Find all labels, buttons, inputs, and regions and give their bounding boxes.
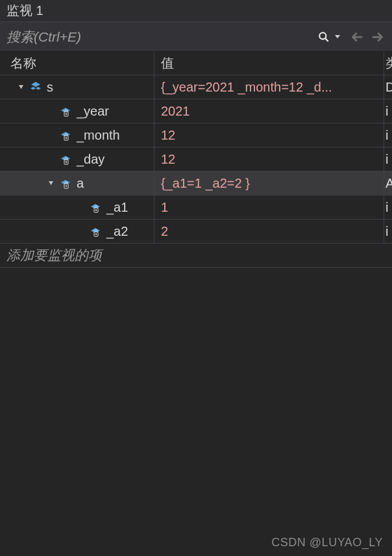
value-cell[interactable]: 12 [154, 123, 384, 147]
type-cell: A [384, 171, 392, 195]
svg-marker-2 [31, 82, 40, 87]
type-cell: i [384, 196, 392, 219]
variable-value: {_year=2021 _month=12 _d... [161, 80, 332, 95]
field-lock-icon [90, 201, 101, 213]
variable-name: _a1 [106, 200, 128, 215]
variable-value: 2021 [161, 104, 190, 119]
variable-type: i [386, 224, 388, 239]
value-cell[interactable]: 2021 [154, 99, 384, 123]
variable-value: 12 [161, 152, 175, 167]
search-wrap [6, 25, 314, 49]
variable-type: i [386, 104, 388, 119]
field-lock-icon [90, 225, 101, 237]
variable-value: {_a1=1 _a2=2 } [161, 176, 250, 191]
value-cell[interactable]: 1 [154, 196, 384, 219]
table-row[interactable]: a{_a1=1 _a2=2 }A [0, 171, 392, 196]
table-row[interactable]: _a11i [0, 196, 392, 220]
variable-type: i [386, 128, 388, 143]
column-header-value[interactable]: 值 [154, 52, 384, 75]
column-header-name[interactable]: 名称 [0, 52, 154, 75]
name-cell: _year [0, 99, 154, 123]
svg-line-1 [325, 38, 328, 42]
variable-type: i [386, 200, 388, 215]
watermark: CSDN @LUYAO_LY [271, 536, 383, 550]
variable-type: A [386, 176, 392, 191]
name-cell: _day [0, 147, 154, 171]
svg-marker-3 [31, 87, 36, 90]
field-lock-icon [60, 129, 71, 141]
add-watch-label: 添加要监视的项 [6, 246, 102, 264]
variable-value: 12 [161, 128, 175, 143]
name-cell: _month [0, 123, 154, 147]
forward-icon[interactable] [369, 27, 388, 47]
field-lock-icon [60, 177, 71, 189]
variable-type: D [386, 80, 392, 95]
name-cell: _a1 [0, 196, 154, 219]
toolbar-icons [314, 27, 388, 47]
variable-name: _a2 [106, 224, 128, 239]
table-row[interactable]: _year2021i [0, 99, 392, 123]
add-watch-item[interactable]: 添加要监视的项 [0, 244, 392, 268]
window-title-bar: 监视 1 [0, 0, 392, 22]
table-row[interactable]: _a22i [0, 220, 392, 244]
value-cell[interactable]: 2 [154, 220, 384, 243]
value-cell[interactable]: 12 [154, 147, 384, 171]
type-cell: i [384, 123, 392, 147]
value-cell[interactable]: {_a1=1 _a2=2 } [154, 171, 384, 195]
search-input[interactable] [6, 29, 314, 45]
variable-name: a [77, 176, 84, 191]
field-lock-icon [60, 105, 71, 117]
type-cell: D [384, 75, 392, 99]
name-cell: _a2 [0, 220, 154, 243]
svg-marker-4 [36, 87, 41, 90]
expander-icon[interactable] [17, 82, 26, 92]
type-cell: i [384, 147, 392, 171]
name-cell: s [0, 75, 154, 99]
value-cell[interactable]: {_year=2021 _month=12 _d... [154, 75, 384, 99]
variable-value: 2 [161, 224, 168, 239]
svg-point-0 [319, 32, 326, 39]
window-title: 监视 1 [6, 2, 43, 19]
variable-name: s [47, 80, 53, 95]
name-cell: a [0, 171, 154, 195]
struct-icon [30, 81, 42, 93]
type-cell: i [384, 220, 392, 243]
variable-name: _month [77, 128, 120, 143]
search-icon[interactable] [314, 27, 334, 47]
field-lock-icon [60, 153, 71, 165]
back-icon[interactable] [347, 27, 366, 47]
variable-name: _year [77, 104, 109, 119]
column-header-type[interactable]: 类 [384, 52, 392, 75]
toolbar [0, 22, 392, 52]
type-cell: i [384, 99, 392, 123]
table-row[interactable]: s{_year=2021 _month=12 _d...D [0, 75, 392, 99]
table-row[interactable]: _month12i [0, 123, 392, 147]
variable-value: 1 [161, 200, 168, 215]
variable-type: i [386, 152, 388, 167]
search-dropdown-icon[interactable] [335, 35, 340, 38]
column-headers: 名称 值 类 [0, 52, 392, 75]
watch-tree: s{_year=2021 _month=12 _d...D_year2021i_… [0, 75, 392, 244]
table-row[interactable]: _day12i [0, 147, 392, 171]
variable-name: _day [77, 152, 104, 167]
expander-icon[interactable] [47, 179, 56, 188]
